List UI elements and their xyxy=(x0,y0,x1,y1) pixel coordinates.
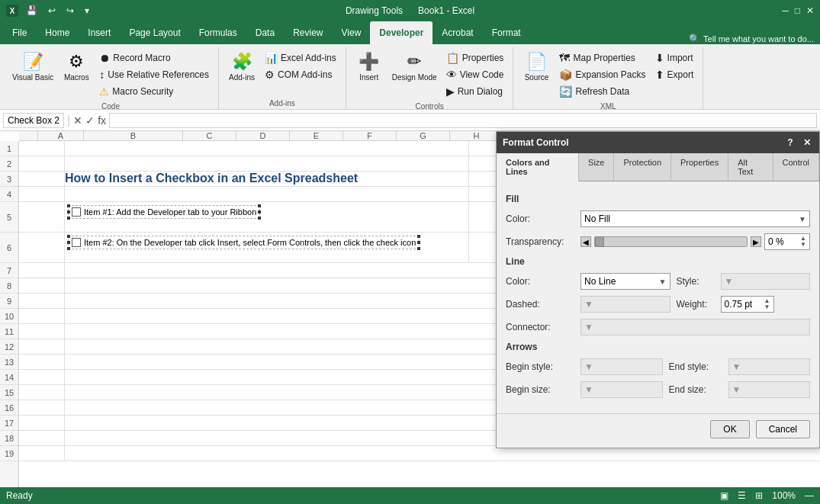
end-style-dropdown[interactable]: ▼ xyxy=(728,358,811,375)
selection-handle[interactable] xyxy=(67,204,70,207)
row-header-12[interactable]: 12 xyxy=(0,339,18,355)
selection-handle[interactable] xyxy=(258,204,261,207)
transparency-right-arrow[interactable]: ▶ xyxy=(751,236,761,247)
row-header-17[interactable]: 17 xyxy=(0,416,18,431)
cell-b14[interactable] xyxy=(65,370,469,384)
cell-b4[interactable] xyxy=(65,187,469,201)
addins-button[interactable]: 🧩 Add-ins xyxy=(225,50,259,83)
row-header-2[interactable]: 2 xyxy=(0,156,18,172)
transparency-left-arrow[interactable]: ◀ xyxy=(580,236,591,247)
fill-color-dropdown[interactable]: No Fill ▼ xyxy=(580,210,810,227)
dialog-tab-control[interactable]: Control xyxy=(773,153,819,181)
normal-view-button[interactable]: ▣ xyxy=(720,490,728,501)
cell-b16[interactable] xyxy=(65,400,469,415)
selection-handle[interactable] xyxy=(67,210,70,213)
cell-a17[interactable] xyxy=(19,416,65,430)
ok-button[interactable]: OK xyxy=(710,420,749,438)
selection-handle[interactable] xyxy=(67,235,70,238)
macros-button[interactable]: ⚙ Macros xyxy=(59,50,93,83)
cell-a14[interactable] xyxy=(19,370,65,384)
cell-a7[interactable] xyxy=(19,263,65,278)
cell-b5[interactable]: Item #1: Add the Developer tab to your R… xyxy=(65,202,469,232)
tab-page-layout[interactable]: Page Layout xyxy=(120,21,189,44)
row-header-4[interactable]: 4 xyxy=(0,187,18,202)
checkbox-control-1[interactable]: Item #1: Add the Developer tab to your R… xyxy=(68,205,260,219)
row-header-8[interactable]: 8 xyxy=(0,278,18,294)
col-header-e[interactable]: E xyxy=(290,131,343,140)
selection-handle[interactable] xyxy=(417,247,420,250)
cell-a8[interactable] xyxy=(19,278,65,293)
cell-a16[interactable] xyxy=(19,400,65,415)
selection-handle[interactable] xyxy=(67,247,70,250)
run-dialog-button[interactable]: ▶ Run Dialog xyxy=(443,84,507,99)
cell-b3[interactable]: How to Insert a Checkbox in an Excel Spr… xyxy=(65,172,469,186)
row-header-13[interactable]: 13 xyxy=(0,355,18,370)
row-header-5[interactable]: 5 xyxy=(0,202,18,233)
row-header-11[interactable]: 11 xyxy=(0,324,18,339)
weight-down[interactable]: ▼ xyxy=(764,304,770,310)
source-button[interactable]: 📄 Source xyxy=(519,50,553,83)
cell-a3[interactable] xyxy=(19,172,65,186)
tell-me-input[interactable]: Tell me what you want to do... xyxy=(703,34,814,43)
cell-a6[interactable] xyxy=(19,233,65,262)
col-header-d[interactable]: D xyxy=(236,131,290,140)
selection-handle[interactable] xyxy=(417,241,420,244)
cell-b12[interactable] xyxy=(65,339,469,354)
checkbox-control-2[interactable]: Item #2: On the Developer tab click Inse… xyxy=(68,236,420,249)
cancel-button[interactable]: Cancel xyxy=(756,420,810,438)
dialog-tab-protection[interactable]: Protection xyxy=(614,153,671,181)
cell-a5[interactable] xyxy=(19,202,65,232)
col-header-b[interactable]: B xyxy=(84,131,183,140)
select-all-button[interactable] xyxy=(19,131,38,140)
cell-b9[interactable] xyxy=(65,294,469,308)
tab-data[interactable]: Data xyxy=(246,21,284,44)
customize-qat-button[interactable]: ▾ xyxy=(82,4,92,18)
redo-button[interactable]: ↪ xyxy=(63,4,77,18)
com-addins-button[interactable]: ⚙ COM Add-ins xyxy=(262,67,339,82)
cell-a10[interactable] xyxy=(19,309,65,323)
export-button[interactable]: ⬆ Export xyxy=(652,67,697,82)
cell-b2[interactable] xyxy=(65,156,469,171)
row-header-19[interactable]: 19 xyxy=(0,446,18,461)
connector-dropdown[interactable]: ▼ xyxy=(580,319,810,335)
col-header-f[interactable]: F xyxy=(343,131,397,140)
cell-b6[interactable]: Item #2: On the Developer tab click Inse… xyxy=(65,233,469,262)
record-macro-button[interactable]: ⏺ Record Macro xyxy=(96,50,212,66)
cell-a4[interactable] xyxy=(19,187,65,201)
use-relative-references-button[interactable]: ↕ Use Relative References xyxy=(96,67,212,82)
cell-a15[interactable] xyxy=(19,385,65,400)
cell-b10[interactable] xyxy=(65,309,469,323)
cell-a19[interactable] xyxy=(19,446,65,461)
macro-security-button[interactable]: ⚠ Macro Security xyxy=(96,84,212,99)
row-header-18[interactable]: 18 xyxy=(0,431,18,446)
import-button[interactable]: ⬇ Import xyxy=(652,50,697,66)
begin-style-dropdown[interactable]: ▼ xyxy=(580,358,663,375)
tab-formulas[interactable]: Formulas xyxy=(190,21,246,44)
formula-input[interactable] xyxy=(109,113,817,128)
selection-handle[interactable] xyxy=(258,210,261,213)
row-header-7[interactable]: 7 xyxy=(0,263,18,278)
tab-view[interactable]: View xyxy=(333,21,371,44)
tab-insert[interactable]: Insert xyxy=(79,21,120,44)
cancel-formula-button[interactable]: ✕ xyxy=(73,114,82,127)
selection-handle[interactable] xyxy=(67,217,70,220)
col-header-c[interactable]: C xyxy=(183,131,236,140)
row-header-3[interactable]: 3 xyxy=(0,172,18,187)
tab-format[interactable]: Format xyxy=(483,21,530,44)
cell-b1[interactable] xyxy=(65,141,469,156)
line-color-dropdown[interactable]: No Line ▼ xyxy=(580,273,670,290)
line-style-dropdown[interactable]: ▼ xyxy=(721,273,811,290)
cell-a2[interactable] xyxy=(19,156,65,171)
fx-button[interactable]: fx xyxy=(98,114,106,127)
cell-b11[interactable] xyxy=(65,324,469,339)
cell-a13[interactable] xyxy=(19,355,65,369)
cell-a18[interactable] xyxy=(19,431,65,445)
tab-acrobat[interactable]: Acrobat xyxy=(433,21,482,44)
close-window-button[interactable]: ✕ xyxy=(806,5,814,16)
row-header-9[interactable]: 9 xyxy=(0,294,18,309)
design-mode-button[interactable]: ✏ Design Mode xyxy=(389,50,440,83)
tab-file[interactable]: File xyxy=(3,21,36,44)
layout-view-button[interactable]: ☰ xyxy=(738,490,746,501)
zoom-slider[interactable]: — xyxy=(805,490,814,501)
page-view-button[interactable]: ⊞ xyxy=(755,490,763,501)
